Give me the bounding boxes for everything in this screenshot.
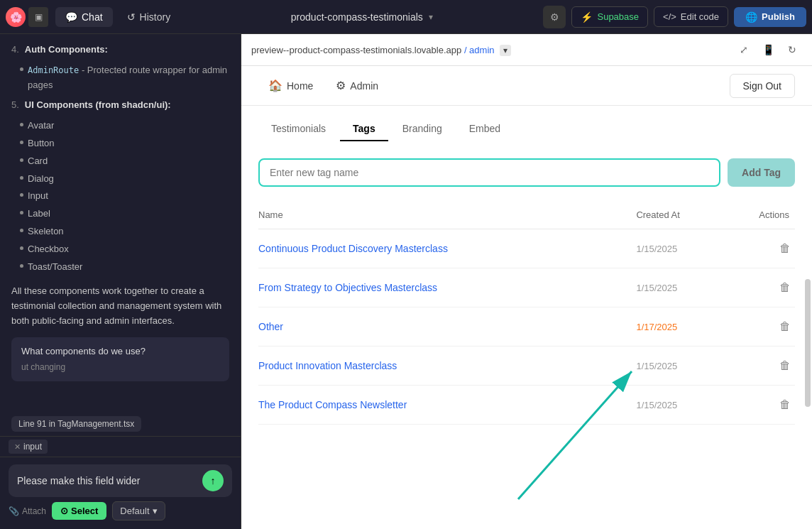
send-button[interactable]: ↑ <box>202 470 224 491</box>
settings-icon: ⚙ <box>550 11 559 23</box>
scroll-indicator[interactable] <box>805 279 811 407</box>
bullet-avatar: Avatar <box>11 117 229 135</box>
col-created-at: Created At <box>636 204 723 229</box>
select-icon: ⊙ <box>60 506 68 516</box>
close-chip-button[interactable]: ✕ <box>14 442 21 452</box>
file-tag-bar: ✕ input <box>0 436 241 457</box>
open-external-button[interactable]: ⤢ <box>734 40 754 60</box>
chat-icon: 💬 <box>65 11 77 23</box>
sign-out-button[interactable]: Sign Out <box>730 74 795 98</box>
tag-link-strategy[interactable]: From Strategy to Objectives Masterclass <box>258 282 437 293</box>
refresh-button[interactable]: ↻ <box>782 40 802 60</box>
table-body: Continuous Product Discovery Masterclass… <box>258 229 795 425</box>
bullet-dialog: Dialog <box>11 170 229 188</box>
app-logo: 🌸 <box>6 7 26 27</box>
tag-link-other[interactable]: Other <box>258 321 283 332</box>
history-tab[interactable]: ↺ History <box>117 7 181 27</box>
preview-icons: ⤢ 📱 ↻ <box>734 40 802 60</box>
edit-code-button[interactable]: </> Edit code <box>654 6 728 27</box>
tag-input-row: Add Tag <box>258 158 795 187</box>
topbar-right: ⚙ ⚡ Supabase </> Edit code 🌐 Publish <box>543 6 806 28</box>
add-tag-button[interactable]: Add Tag <box>728 158 795 187</box>
preview-url: preview--product-compass-testimonials.lo… <box>251 45 728 55</box>
input-display-text[interactable]: Please make this field wider <box>17 475 197 486</box>
input-area: Please make this field wider ↑ 📎 Attach … <box>0 457 241 529</box>
tab-embed[interactable]: Embed <box>456 117 513 141</box>
section-4-title: Auth Components: <box>25 43 108 58</box>
nav-home[interactable]: 🏠 Home <box>258 73 323 98</box>
attach-icon: 📎 <box>9 506 19 516</box>
file-tooltip: Line 91 in TagManagement.tsx <box>11 416 141 432</box>
question-continuation: ut changing <box>21 361 219 374</box>
publish-button[interactable]: 🌐 Publish <box>734 7 806 27</box>
select-button[interactable]: ⊙ Select <box>52 502 106 520</box>
preview-topbar: preview--product-compass-testimonials.lo… <box>241 34 812 66</box>
preview-pane: preview--product-compass-testimonials.lo… <box>241 34 812 529</box>
table-row: Product Innovation Masterclass 1/15/2025… <box>258 347 795 386</box>
code-icon: </> <box>663 11 676 22</box>
tag-table: Name Created At Actions Continuous Produ… <box>258 204 795 425</box>
table-row: From Strategy to Objectives Masterclass … <box>258 268 795 307</box>
attach-button[interactable]: 📎 Attach <box>9 506 46 516</box>
topbar-center: product-compass-testimonials ▾ <box>185 11 539 23</box>
expand-sidebar-button[interactable]: ▣ <box>28 7 48 27</box>
section-5-header: 5. UI Components (from shadcn/ui): <box>11 98 229 116</box>
default-button[interactable]: Default ▾ <box>112 501 165 520</box>
bullet-input: Input <box>11 187 229 205</box>
bullet-dot <box>20 67 23 71</box>
mobile-preview-button[interactable]: 📱 <box>758 40 778 60</box>
logo-area: 🌸 ▣ <box>6 7 48 27</box>
table-row: Other 1/17/2025 🗑 <box>258 307 795 347</box>
app-header: 🏠 Home ⚙ Admin Sign Out <box>241 66 812 106</box>
bullet-skeleton: Skeleton <box>11 223 229 241</box>
tag-link-innovation[interactable]: Product Innovation Masterclass <box>258 360 397 371</box>
chat-tab[interactable]: 💬 Chat <box>55 7 113 27</box>
tab-branding[interactable]: Branding <box>390 117 455 141</box>
sidebar: 4. Auth Components: AdminRoute - Protect… <box>0 34 241 529</box>
bullet-label: Label <box>11 205 229 223</box>
bullet-button: Button <box>11 135 229 153</box>
input-chip: ✕ input <box>9 440 48 454</box>
admin-badge: ▾ <box>500 45 511 56</box>
tag-date-1: 1/15/2025 <box>636 244 677 254</box>
bullet-admin-route-text: AdminRoute - Protected route wrapper for… <box>28 63 229 93</box>
settings-button[interactable]: ⚙ <box>543 6 566 28</box>
nav-admin[interactable]: ⚙ Admin <box>326 73 388 98</box>
question-bubble: What components do we use? ut changing <box>11 337 229 381</box>
section-4-header: 4. Auth Components: <box>11 43 229 60</box>
delete-button-3[interactable]: 🗑 <box>775 319 795 334</box>
app-nav: 🏠 Home ⚙ Admin <box>258 73 730 98</box>
tag-link-continuous[interactable]: Continuous Product Discovery Masterclass <box>258 243 448 254</box>
tag-link-newsletter[interactable]: The Product Compass Newsletter <box>258 399 407 410</box>
delete-button-4[interactable]: 🗑 <box>775 358 795 373</box>
admin-icon: ⚙ <box>336 79 346 92</box>
project-chevron-icon[interactable]: ▾ <box>429 12 433 22</box>
table-row: Continuous Product Discovery Masterclass… <box>258 229 795 268</box>
summary-text: All these components work together to cr… <box>11 284 229 328</box>
delete-button-2[interactable]: 🗑 <box>775 280 795 295</box>
chip-label: input <box>23 442 42 452</box>
history-icon: ↺ <box>127 11 136 23</box>
bullet-checkbox: Checkbox <box>11 241 229 258</box>
tag-date-4: 1/15/2025 <box>636 361 677 371</box>
app-tabs: Testimonials Tags Branding Embed <box>241 106 812 141</box>
table-row: The Product Compass Newsletter 1/15/2025… <box>258 386 795 425</box>
tag-name-input[interactable] <box>258 158 720 187</box>
globe-icon: 🌐 <box>745 11 757 23</box>
tab-tags[interactable]: Tags <box>340 117 388 141</box>
delete-button-1[interactable]: 🗑 <box>775 241 795 256</box>
logo-emoji: 🌸 <box>10 11 22 23</box>
supabase-button[interactable]: ⚡ Supabase <box>571 6 648 28</box>
col-actions: Actions <box>723 204 795 229</box>
tab-testimonials[interactable]: Testimonials <box>258 117 339 141</box>
home-icon: 🏠 <box>268 79 282 92</box>
bullet-admin-route: AdminRoute - Protected route wrapper for… <box>11 62 229 94</box>
supabase-icon: ⚡ <box>581 11 593 23</box>
default-chevron-icon: ▾ <box>153 506 158 516</box>
question-text: What components do we use? <box>21 344 219 359</box>
tag-date-3: 1/17/2025 <box>636 322 677 332</box>
sidebar-section-5: 5. UI Components (from shadcn/ui): Avata… <box>11 98 229 276</box>
delete-button-5[interactable]: 🗑 <box>775 397 795 413</box>
tag-date-5: 1/15/2025 <box>636 400 677 410</box>
app-container: 🏠 Home ⚙ Admin Sign Out Testimonials Tag… <box>241 66 812 529</box>
